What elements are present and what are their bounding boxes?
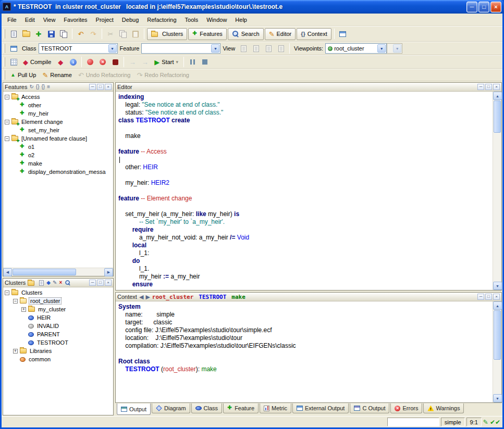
clusters-tool-button[interactable]: Clusters [147, 28, 187, 40]
context-pane-header[interactable]: Context ◀ ▶ root_clusterTESTROOTmake ─ □… [116, 293, 501, 301]
tree-item[interactable]: common [3, 355, 113, 363]
copy-button[interactable] [117, 28, 129, 40]
tree-item[interactable]: −Access [3, 93, 113, 101]
scroll-down-button[interactable]: ▼ [493, 394, 502, 402]
scrollbar-track[interactable] [12, 268, 104, 276]
scrollbar-thumb[interactable] [494, 310, 501, 360]
chevron-down-icon[interactable]: ▼ [211, 44, 219, 53]
search-tool-button[interactable]: Search [228, 28, 264, 40]
editor-text-area[interactable]: indexing legal: "See notice at end of cl… [116, 92, 493, 290]
tree-expander-icon[interactable]: − [5, 95, 9, 99]
close-pane-icon[interactable]: × [105, 84, 112, 90]
stop-button[interactable] [199, 56, 211, 68]
undo-refactoring-button[interactable]: ↶ Undo Refactoring [75, 69, 134, 81]
refresh-icon[interactable]: ↻ [29, 84, 33, 90]
menu-refactoring[interactable]: Refactoring [143, 15, 180, 24]
tab-errors[interactable]: Errors [390, 403, 422, 413]
scroll-left-button[interactable]: ◀ [3, 268, 12, 276]
start-dropdown-icon[interactable]: ▾ [176, 60, 179, 65]
new-document-button[interactable] [7, 28, 20, 40]
tree-item[interactable]: my_heir [3, 109, 113, 118]
tab-external-output[interactable]: External Output [292, 403, 349, 413]
maximize-pane-icon[interactable]: □ [97, 84, 104, 90]
freeze-button[interactable] [96, 56, 109, 68]
compile-button[interactable]: ◆ Compile [20, 56, 54, 68]
pause-button[interactable] [186, 56, 199, 68]
menu-file[interactable]: File [3, 15, 21, 24]
tree-item[interactable]: make [3, 159, 113, 168]
scrollbar-thumb[interactable] [494, 100, 501, 133]
tab-output[interactable]: Output [117, 403, 151, 415]
tree-item[interactable]: display_demonstration_messa [3, 168, 113, 176]
undo-button[interactable]: ↶ [75, 28, 87, 40]
tree-item[interactable]: o2 [3, 151, 113, 159]
scroll-up-button[interactable]: ▲ [493, 301, 502, 310]
context-crumb-testroot[interactable]: TESTROOT [199, 294, 226, 300]
minimize-pane-icon[interactable]: ─ [89, 280, 96, 286]
finalize-button[interactable] [109, 56, 121, 68]
toolbar-grip[interactable] [4, 70, 5, 80]
tree-item[interactable]: −Element change [3, 118, 113, 126]
scrollbar-track[interactable] [493, 310, 501, 394]
search-icon[interactable] [65, 280, 71, 285]
view-text-button[interactable] [237, 43, 250, 55]
tab-diagram[interactable]: Diagram [152, 403, 190, 413]
context-vertical-scrollbar[interactable]: ▲ ▼ [493, 301, 501, 402]
scrollbar-track[interactable] [493, 100, 501, 282]
tree-item[interactable]: −[Unnamed feature clause] [3, 134, 113, 143]
tree-expander-icon[interactable]: + [13, 349, 18, 354]
project-settings-button[interactable] [7, 56, 20, 68]
signature-icon[interactable]: {} [42, 84, 45, 90]
maximize-pane-icon[interactable]: □ [97, 280, 104, 286]
redo-button[interactable]: ↷ [87, 28, 100, 40]
context-tool-button[interactable]: {} Context [297, 28, 331, 40]
tree-item[interactable]: other [3, 101, 113, 109]
menu-help[interactable]: Help [231, 15, 251, 24]
view-contract-button[interactable] [262, 43, 275, 55]
editor-pane-header[interactable]: Editor ─ □ × [116, 83, 501, 92]
class-combobox[interactable]: TESTROOT ▼ [39, 43, 118, 54]
minimize-pane-icon[interactable]: ─ [477, 84, 484, 90]
tree-item[interactable]: INVALID [3, 322, 113, 330]
step-into-button[interactable]: → [126, 56, 139, 68]
tree-item[interactable]: HEIR [3, 313, 113, 322]
save-all-button[interactable] [57, 28, 70, 40]
close-pane-icon[interactable]: × [493, 84, 500, 90]
title-bar[interactable]: A * TESTROOT in cluster root_cluster loc… [0, 0, 504, 14]
tab-c-output[interactable]: C Output [350, 403, 389, 413]
tab-warnings[interactable]: Warnings [423, 403, 464, 413]
open-project-button[interactable] [20, 28, 32, 40]
tree-item[interactable]: +my_cluster [3, 305, 113, 313]
step-over-button[interactable]: → [139, 56, 151, 68]
clusters-pane-header[interactable]: Clusters ◆ ✎ × ─ □ × [3, 279, 113, 287]
scroll-right-button[interactable]: ▶ [104, 268, 113, 276]
context-text-area[interactable]: System name: simple target: classic conf… [116, 301, 493, 402]
minimize-pane-icon[interactable]: ─ [89, 84, 96, 90]
braces-icon[interactable]: {} [36, 84, 40, 90]
menu-edit[interactable]: Edit [21, 15, 39, 24]
context-crumb-root_cluster[interactable]: root_cluster [152, 294, 193, 300]
paste-button[interactable] [129, 28, 142, 40]
tree-item[interactable]: TESTROOT [3, 338, 113, 347]
close-pane-icon[interactable]: × [493, 294, 500, 300]
new-item-button[interactable]: ✚ [32, 28, 45, 40]
menu-window[interactable]: Window [202, 15, 231, 24]
toolbar-grip[interactable] [4, 29, 5, 39]
list-icon[interactable]: ≡ [47, 84, 50, 90]
history-back-icon[interactable]: ◀ [139, 294, 143, 300]
start-button[interactable]: ▶ Start ▾ [151, 56, 181, 68]
features-pane-header[interactable]: Features ↻ {} {} ≡ ─ □ × [3, 83, 113, 92]
maximize-pane-icon[interactable]: □ [485, 84, 492, 90]
toolbar-grip[interactable] [4, 44, 5, 53]
tree-expander-icon[interactable]: − [5, 291, 9, 295]
cut-button[interactable]: ✂ [104, 28, 117, 40]
history-forward-icon[interactable]: ▶ [145, 294, 150, 300]
new-class-icon[interactable] [39, 280, 44, 285]
tree-expander-icon[interactable]: − [5, 136, 9, 141]
chevron-down-icon[interactable]: ▼ [108, 44, 117, 53]
r ename-button[interactable]: ✎ Rename [39, 69, 75, 81]
menu-tools[interactable]: Tools [181, 15, 203, 24]
edit-icon[interactable]: ✎ [53, 280, 57, 285]
view-flat-button[interactable] [250, 43, 262, 55]
editor-tool-button[interactable]: ✎ Editor [265, 28, 296, 40]
